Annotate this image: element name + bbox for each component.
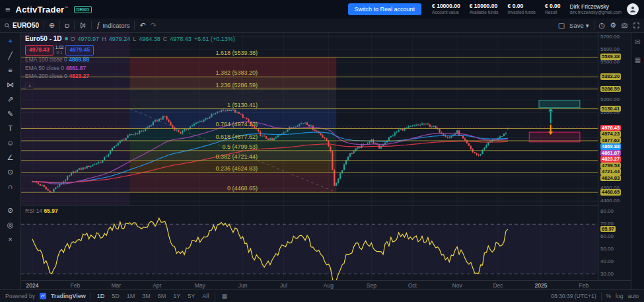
interval-selector[interactable]: D [65,22,69,29]
timeframe-all[interactable]: All [201,293,210,299]
widgets-icon[interactable]: ▦ [635,56,641,63]
price-badge: 4877.62 [600,137,621,144]
right-sidebar: ✉▦ [631,33,644,289]
price-label: 4400.00 [600,198,620,204]
magnet-tool[interactable]: ∩ [3,182,18,191]
change-value: +6.61 (+0.13%) [194,36,235,42]
ema-200-legend[interactable]: EMA 200 close 0 4823.27 [25,73,235,80]
fib-retracement-tool[interactable]: ≡ [3,66,18,75]
search-icon [4,22,11,29]
price-badge: 5286.59 [600,86,621,93]
timeframe-6m[interactable]: 6M [157,293,168,299]
price-badge: 4468.65 [600,189,621,196]
auto-scale-button[interactable]: auto [627,293,639,299]
tradingview-logo[interactable] [40,293,46,299]
percent-scale-button[interactable]: % [606,293,612,299]
price-badge: 4978.43 [600,125,621,132]
divider [91,21,92,30]
time-label: Dec [488,282,508,289]
divider [90,292,91,301]
brush-tool[interactable]: ✎ [3,110,18,118]
indicators-button[interactable]: ƒ Indicators [96,22,129,29]
timeframe-1m[interactable]: 1M [125,293,137,299]
person-icon [629,5,637,13]
time-label: Feb [65,282,85,289]
chart-legend: Euro50 - 1D O4970.97 H4979.24 L4964.38 C… [25,35,235,89]
brand-logo: ActivTrader™ [16,5,69,15]
sell-button[interactable]: 4978.43 [25,45,54,56]
trendline-tool[interactable]: ╱ [3,52,18,60]
log-scale-button[interactable]: log [616,293,623,299]
spread-display: 1.02 0.1 [55,45,64,56]
switch-to-real-button[interactable]: Switch to Real account [348,3,422,15]
compare-add-icon[interactable]: ⊕ [49,22,55,29]
divider [601,292,602,301]
undo-button[interactable]: ↶ [139,22,145,29]
price-badge: 4624.83 [600,175,621,182]
redo-button[interactable]: ↷ [151,22,157,29]
timeframe-1d[interactable]: 1D [96,293,106,299]
chart-area: 1.618 (5539.38)1.382 (5383.20)1.236 (528… [21,33,631,289]
zoom-tool[interactable]: ⊙ [3,168,18,176]
svg-text:0.5 (4799.53): 0.5 (4799.53) [222,143,258,150]
tradingview-label[interactable]: TradingView [51,293,86,299]
time-label: Apr [147,282,167,289]
price-badge: 4721.44 [600,169,621,175]
time-label: 2025 [531,282,551,289]
time-label: Feb [574,282,594,289]
menu-icon[interactable]: ≡ [5,5,11,15]
symbol-search[interactable]: EURO50 [4,22,39,29]
hide-all-tool[interactable]: ◎ [3,221,18,229]
user-info[interactable]: Dirk Friczewsky dirk.friczewsky@gmail.co… [570,3,622,15]
price-badge: 5383.20 [600,73,621,80]
time-label: Jun [233,282,253,289]
symbol-title[interactable]: Euro50 - 1D [25,35,62,43]
timeframe-5d[interactable]: 5D [110,293,121,299]
price-axis[interactable]: 5700.005600.005500.005200.005100.004500.… [598,33,631,280]
timeframe-3m[interactable]: 3M [141,293,152,299]
rsi-legend[interactable]: RSI 14 65.97 [25,208,58,214]
price-badge: 4861.87 [600,150,621,157]
remove-all-tool[interactable]: × [3,235,18,244]
time-label: Jul [274,282,294,289]
measure-tool[interactable]: ∠ [3,153,18,162]
chart-toolbar: EURO50 ⊕ D ƒ Indicators ↶ ↷ ▢ Save ▾ ◷ ⚙ [0,19,644,33]
stat-account-value: € 10000.00 Account value [432,3,460,15]
text-tool[interactable]: T [3,124,18,133]
chart-type-selector[interactable] [79,22,87,29]
svg-text:0.382 (4721.44): 0.382 (4721.44) [215,153,258,160]
buy-button[interactable]: 4979.45 [65,45,94,56]
price-badge: 5130.41 [600,106,621,112]
time-axis[interactable]: 2024FebMarAprMayJunJulAugSepOctNovDec202… [21,280,631,289]
lock-all-tool[interactable]: ⊘ [3,206,18,215]
function-icon: ƒ [96,22,100,29]
divider [134,21,135,30]
price-label: 5200.00 [600,96,620,103]
powered-by-label: Powered by [5,293,35,299]
ema-100-legend[interactable]: EMA 100 close 0 4869.88 [25,57,235,63]
divider [59,21,60,30]
top-header: ≡ ActivTrader™ DEMO Switch to Real accou… [0,0,644,19]
forecast-tool[interactable]: ⇗ [3,95,18,104]
ema-50-legend[interactable]: EMA 50 close 0 4861.87 [25,65,235,72]
price-label: 5600.00 [600,46,620,53]
collapse-legend-button[interactable]: ∧ [25,83,34,89]
timeframe-5y[interactable]: 5Y [186,293,196,299]
pattern-tool[interactable]: ⋈ [3,81,18,89]
save-button[interactable]: Save ▾ [569,22,589,29]
divider [594,21,594,30]
bottom-bar: Powered by TradingView 1D 5D 1M 3M 6M 1Y… [0,289,644,302]
avatar[interactable] [627,3,639,15]
fullscreen-button[interactable] [633,22,640,29]
calendar-icon[interactable]: ▦ [220,293,229,299]
gear-icon[interactable]: ⚙ [610,22,616,29]
account-stats: € 10000.00 Account value € 10000.00 Avai… [432,3,560,15]
timeframe-1y[interactable]: 1Y [172,293,182,299]
crosshair-tool[interactable]: ⌖ [3,37,18,46]
clock[interactable]: 08:30:39 (UTC+1) [551,293,596,299]
replay-icon[interactable]: ◷ [599,22,606,29]
messages-icon[interactable]: ✉ [635,38,640,46]
emoji-tool[interactable]: ☺ [3,139,18,147]
snapshot-button[interactable] [621,22,628,29]
layout-icon[interactable]: ▢ [558,22,565,29]
